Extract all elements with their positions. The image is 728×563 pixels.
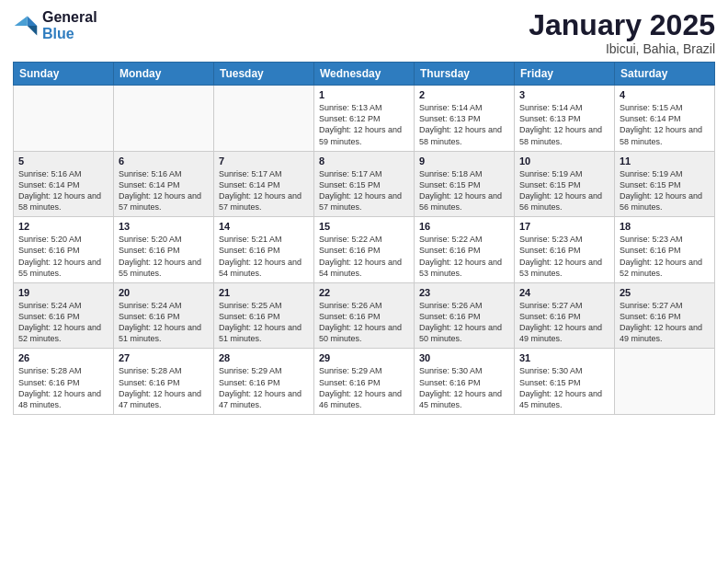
table-row: 27Sunrise: 5:28 AMSunset: 6:16 PMDayligh… — [114, 349, 214, 415]
table-row: 5Sunrise: 5:16 AMSunset: 6:14 PMDaylight… — [14, 151, 114, 217]
day-number: 12 — [18, 221, 108, 232]
table-row: 14Sunrise: 5:21 AMSunset: 6:16 PMDayligh… — [214, 217, 314, 283]
table-row — [214, 86, 314, 152]
day-info: Sunrise: 5:14 AMSunset: 6:13 PMDaylight:… — [519, 102, 609, 147]
day-number: 3 — [519, 89, 609, 100]
table-row: 24Sunrise: 5:27 AMSunset: 6:16 PMDayligh… — [515, 282, 615, 349]
day-number: 13 — [119, 221, 209, 232]
table-row: 7Sunrise: 5:17 AMSunset: 6:14 PMDaylight… — [214, 151, 314, 217]
header-sunday: Sunday — [14, 63, 114, 86]
day-info: Sunrise: 5:27 AMSunset: 6:16 PMDaylight:… — [620, 300, 710, 345]
header-monday: Monday — [114, 63, 214, 86]
table-row: 30Sunrise: 5:30 AMSunset: 6:16 PMDayligh… — [415, 349, 515, 415]
logo-icon — [13, 13, 39, 39]
day-number: 14 — [219, 221, 309, 232]
day-info: Sunrise: 5:19 AMSunset: 6:15 PMDaylight:… — [620, 168, 710, 213]
table-row — [14, 86, 114, 152]
table-row: 29Sunrise: 5:29 AMSunset: 6:16 PMDayligh… — [314, 349, 415, 415]
day-number: 7 — [219, 155, 309, 167]
table-row: 16Sunrise: 5:22 AMSunset: 6:16 PMDayligh… — [415, 217, 515, 283]
calendar-subtitle: Ibicui, Bahia, Brazil — [529, 41, 715, 56]
day-number: 22 — [319, 287, 409, 298]
day-number: 23 — [419, 287, 509, 298]
table-row: 18Sunrise: 5:23 AMSunset: 6:16 PMDayligh… — [615, 217, 715, 283]
day-info: Sunrise: 5:29 AMSunset: 6:16 PMDaylight:… — [319, 365, 409, 410]
table-row: 10Sunrise: 5:19 AMSunset: 6:15 PMDayligh… — [515, 151, 615, 217]
day-number: 24 — [519, 287, 609, 298]
header: General Blue January 2025 Ibicui, Bahia,… — [13, 9, 715, 56]
calendar-week-row: 5Sunrise: 5:16 AMSunset: 6:14 PMDaylight… — [14, 151, 715, 217]
day-info: Sunrise: 5:28 AMSunset: 6:16 PMDaylight:… — [18, 365, 108, 410]
header-saturday: Saturday — [615, 63, 715, 86]
day-info: Sunrise: 5:23 AMSunset: 6:16 PMDaylight:… — [519, 234, 609, 279]
day-number: 2 — [419, 89, 509, 100]
header-friday: Friday — [515, 63, 615, 86]
day-number: 16 — [419, 221, 509, 232]
day-info: Sunrise: 5:25 AMSunset: 6:16 PMDaylight:… — [219, 300, 309, 345]
day-number: 18 — [620, 221, 710, 232]
day-number: 25 — [620, 287, 710, 298]
header-wednesday: Wednesday — [314, 63, 415, 86]
calendar-week-row: 26Sunrise: 5:28 AMSunset: 6:16 PMDayligh… — [14, 349, 715, 415]
day-number: 31 — [519, 352, 609, 363]
day-info: Sunrise: 5:17 AMSunset: 6:15 PMDaylight:… — [319, 168, 409, 213]
table-row: 9Sunrise: 5:18 AMSunset: 6:15 PMDaylight… — [415, 151, 515, 217]
calendar-week-row: 12Sunrise: 5:20 AMSunset: 6:16 PMDayligh… — [14, 217, 715, 283]
day-number: 28 — [219, 352, 309, 363]
calendar-title: January 2025 — [529, 9, 715, 41]
table-row: 8Sunrise: 5:17 AMSunset: 6:15 PMDaylight… — [314, 151, 415, 217]
day-number: 1 — [319, 89, 409, 100]
day-info: Sunrise: 5:15 AMSunset: 6:14 PMDaylight:… — [620, 102, 710, 147]
day-number: 8 — [319, 155, 409, 167]
calendar-week-row: 1Sunrise: 5:13 AMSunset: 6:12 PMDaylight… — [14, 86, 715, 152]
day-info: Sunrise: 5:23 AMSunset: 6:16 PMDaylight:… — [620, 234, 710, 279]
day-info: Sunrise: 5:24 AMSunset: 6:16 PMDaylight:… — [119, 300, 209, 345]
day-number: 15 — [319, 221, 409, 232]
day-number: 17 — [519, 221, 609, 232]
table-row: 19Sunrise: 5:24 AMSunset: 6:16 PMDayligh… — [14, 282, 114, 349]
day-number: 20 — [119, 287, 209, 298]
day-number: 27 — [119, 352, 209, 363]
day-info: Sunrise: 5:22 AMSunset: 6:16 PMDaylight:… — [419, 234, 509, 279]
table-row: 26Sunrise: 5:28 AMSunset: 6:16 PMDayligh… — [14, 349, 114, 415]
day-info: Sunrise: 5:22 AMSunset: 6:16 PMDaylight:… — [319, 234, 409, 279]
table-row: 12Sunrise: 5:20 AMSunset: 6:16 PMDayligh… — [14, 217, 114, 283]
day-info: Sunrise: 5:20 AMSunset: 6:16 PMDaylight:… — [18, 234, 108, 279]
day-number: 26 — [18, 352, 108, 363]
table-row: 15Sunrise: 5:22 AMSunset: 6:16 PMDayligh… — [314, 217, 415, 283]
day-info: Sunrise: 5:17 AMSunset: 6:14 PMDaylight:… — [219, 168, 309, 213]
calendar-week-row: 19Sunrise: 5:24 AMSunset: 6:16 PMDayligh… — [14, 282, 715, 349]
day-number: 11 — [620, 155, 710, 167]
calendar-table: Sunday Monday Tuesday Wednesday Thursday… — [13, 62, 715, 415]
table-row: 31Sunrise: 5:30 AMSunset: 6:15 PMDayligh… — [515, 349, 615, 415]
day-number: 30 — [419, 352, 509, 363]
day-info: Sunrise: 5:30 AMSunset: 6:16 PMDaylight:… — [419, 365, 509, 410]
day-info: Sunrise: 5:29 AMSunset: 6:16 PMDaylight:… — [219, 365, 309, 410]
title-block: January 2025 Ibicui, Bahia, Brazil — [529, 9, 715, 56]
day-info: Sunrise: 5:16 AMSunset: 6:14 PMDaylight:… — [18, 168, 108, 213]
day-info: Sunrise: 5:16 AMSunset: 6:14 PMDaylight:… — [119, 168, 209, 213]
day-info: Sunrise: 5:30 AMSunset: 6:15 PMDaylight:… — [519, 365, 609, 410]
table-row: 22Sunrise: 5:26 AMSunset: 6:16 PMDayligh… — [314, 282, 415, 349]
day-number: 4 — [620, 89, 710, 100]
table-row: 1Sunrise: 5:13 AMSunset: 6:12 PMDaylight… — [314, 86, 415, 152]
day-number: 6 — [119, 155, 209, 167]
table-row — [114, 86, 214, 152]
day-info: Sunrise: 5:26 AMSunset: 6:16 PMDaylight:… — [319, 300, 409, 345]
weekday-header-row: Sunday Monday Tuesday Wednesday Thursday… — [14, 63, 715, 86]
day-info: Sunrise: 5:13 AMSunset: 6:12 PMDaylight:… — [319, 102, 409, 147]
table-row: 28Sunrise: 5:29 AMSunset: 6:16 PMDayligh… — [214, 349, 314, 415]
day-number: 5 — [18, 155, 108, 167]
day-number: 29 — [319, 352, 409, 363]
day-info: Sunrise: 5:14 AMSunset: 6:13 PMDaylight:… — [419, 102, 509, 147]
day-info: Sunrise: 5:28 AMSunset: 6:16 PMDaylight:… — [119, 365, 209, 410]
table-row: 23Sunrise: 5:26 AMSunset: 6:16 PMDayligh… — [415, 282, 515, 349]
day-info: Sunrise: 5:18 AMSunset: 6:15 PMDaylight:… — [419, 168, 509, 213]
table-row: 3Sunrise: 5:14 AMSunset: 6:13 PMDaylight… — [515, 86, 615, 152]
table-row: 17Sunrise: 5:23 AMSunset: 6:16 PMDayligh… — [515, 217, 615, 283]
day-info: Sunrise: 5:21 AMSunset: 6:16 PMDaylight:… — [219, 234, 309, 279]
table-row: 6Sunrise: 5:16 AMSunset: 6:14 PMDaylight… — [114, 151, 214, 217]
day-number: 21 — [219, 287, 309, 298]
table-row: 13Sunrise: 5:20 AMSunset: 6:16 PMDayligh… — [114, 217, 214, 283]
page: General Blue January 2025 Ibicui, Bahia,… — [0, 0, 728, 563]
